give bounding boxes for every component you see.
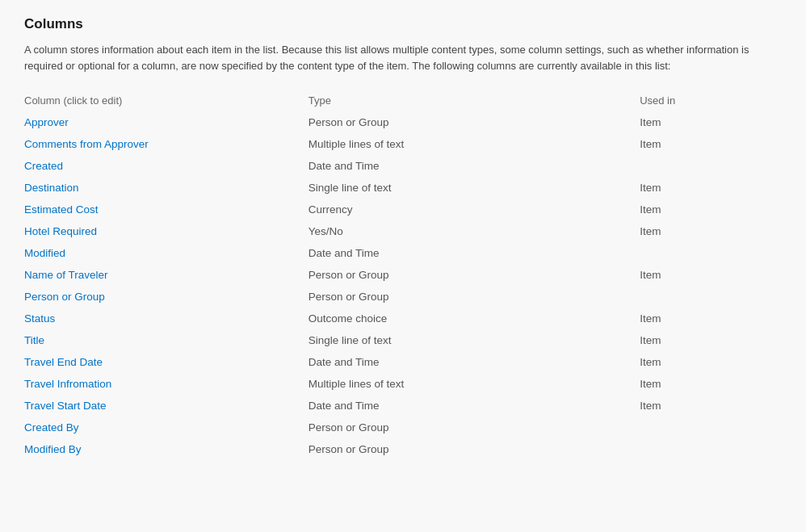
- column-type-cell: Date and Time: [309, 242, 640, 264]
- column-used-in-cell: [640, 155, 782, 177]
- column-type-cell: Outcome choice: [309, 308, 640, 329]
- column-type-cell: Date and Time: [309, 395, 640, 417]
- table-row: StatusOutcome choiceItem: [24, 308, 782, 329]
- columns-table: Column (click to edit) Type Used in Appr…: [24, 90, 782, 460]
- column-name-cell[interactable]: Approver: [24, 111, 309, 133]
- table-row: Created ByPerson or Group: [24, 417, 782, 438]
- column-used-in-cell: Item: [640, 111, 782, 133]
- table-row: Name of TravelerPerson or GroupItem: [24, 264, 782, 286]
- header-used-in: Used in: [640, 90, 782, 111]
- column-type-cell: Single line of text: [309, 177, 640, 199]
- column-name-cell[interactable]: Travel End Date: [24, 351, 309, 373]
- column-name-cell[interactable]: Travel Start Date: [24, 395, 309, 417]
- table-row: Person or GroupPerson or Group: [24, 286, 782, 308]
- column-type-cell: Multiple lines of text: [309, 373, 640, 395]
- column-used-in-cell: Item: [640, 220, 782, 242]
- header-type: Type: [309, 90, 640, 111]
- column-used-in-cell: Item: [640, 351, 782, 373]
- column-name-cell[interactable]: Person or Group: [24, 286, 309, 308]
- column-name-cell[interactable]: Travel Infromation: [24, 373, 309, 395]
- column-name-cell[interactable]: Created By: [24, 417, 309, 438]
- column-name-cell[interactable]: Comments from Approver: [24, 133, 309, 155]
- column-name-cell[interactable]: Hotel Required: [24, 220, 309, 242]
- column-name-cell[interactable]: Name of Traveler: [24, 264, 309, 286]
- column-name-cell[interactable]: Status: [24, 308, 309, 329]
- column-used-in-cell: [640, 438, 782, 460]
- column-type-cell: Currency: [309, 199, 640, 220]
- column-name-cell[interactable]: Title: [24, 329, 309, 351]
- column-used-in-cell: Item: [640, 308, 782, 329]
- column-name-cell[interactable]: Modified: [24, 242, 309, 264]
- column-type-cell: Person or Group: [309, 264, 640, 286]
- column-used-in-cell: [640, 286, 782, 308]
- page-title: Columns: [24, 16, 782, 32]
- column-used-in-cell: [640, 242, 782, 264]
- column-name-cell[interactable]: Estimated Cost: [24, 199, 309, 220]
- table-row: Estimated CostCurrencyItem: [24, 199, 782, 220]
- column-type-cell: Date and Time: [309, 351, 640, 373]
- table-row: ModifiedDate and Time: [24, 242, 782, 264]
- column-type-cell: Person or Group: [309, 111, 640, 133]
- column-name-cell[interactable]: Created: [24, 155, 309, 177]
- column-type-cell: Person or Group: [309, 286, 640, 308]
- column-used-in-cell: Item: [640, 199, 782, 220]
- column-used-in-cell: Item: [640, 395, 782, 417]
- table-row: CreatedDate and Time: [24, 155, 782, 177]
- table-row: ApproverPerson or GroupItem: [24, 111, 782, 133]
- column-used-in-cell: Item: [640, 373, 782, 395]
- table-row: DestinationSingle line of textItem: [24, 177, 782, 199]
- column-used-in-cell: Item: [640, 264, 782, 286]
- table-row: Travel InfromationMultiple lines of text…: [24, 373, 782, 395]
- column-type-cell: Yes/No: [309, 220, 640, 242]
- column-used-in-cell: Item: [640, 177, 782, 199]
- table-row: Travel End DateDate and TimeItem: [24, 351, 782, 373]
- column-type-cell: Multiple lines of text: [309, 133, 640, 155]
- header-column: Column (click to edit): [24, 90, 309, 111]
- column-type-cell: Date and Time: [309, 155, 640, 177]
- table-row: TitleSingle line of textItem: [24, 329, 782, 351]
- column-name-cell[interactable]: Modified By: [24, 438, 309, 460]
- column-name-cell[interactable]: Destination: [24, 177, 309, 199]
- table-row: Comments from ApproverMultiple lines of …: [24, 133, 782, 155]
- page-description: A column stores information about each i…: [24, 42, 782, 73]
- table-row: Modified ByPerson or Group: [24, 438, 782, 460]
- column-used-in-cell: Item: [640, 329, 782, 351]
- column-type-cell: Single line of text: [309, 329, 640, 351]
- column-type-cell: Person or Group: [309, 417, 640, 438]
- column-type-cell: Person or Group: [309, 438, 640, 460]
- table-row: Travel Start DateDate and TimeItem: [24, 395, 782, 417]
- table-row: Hotel RequiredYes/NoItem: [24, 220, 782, 242]
- column-used-in-cell: [640, 417, 782, 438]
- column-used-in-cell: Item: [640, 133, 782, 155]
